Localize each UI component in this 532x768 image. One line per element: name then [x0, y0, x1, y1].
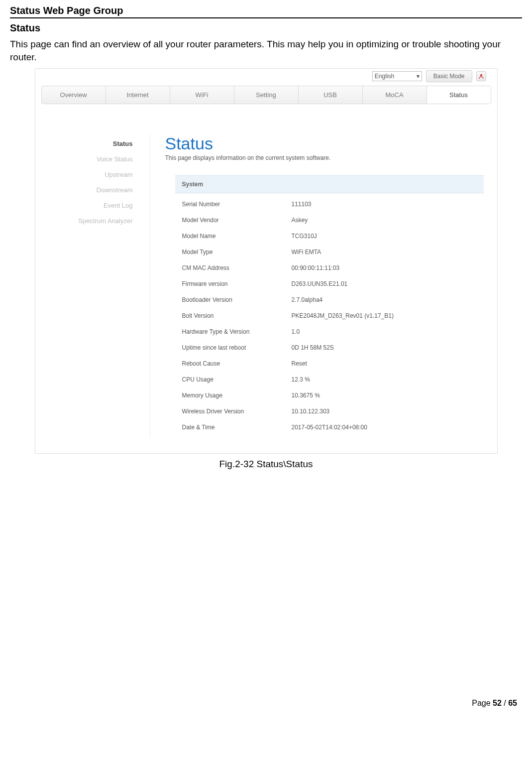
label: Uptime since last reboot — [182, 344, 292, 351]
sidebar-item-status[interactable]: Status — [45, 136, 140, 151]
sub-title: Status — [10, 22, 522, 34]
row-memory-usage: Memory Usage10.3675 % — [175, 387, 484, 403]
label: Model Vendor — [182, 217, 292, 224]
label: Hardware Type & Version — [182, 328, 292, 335]
row-firmware: Firmware versionD263.UUN35.E21.01 — [175, 276, 484, 292]
body-text: This page can find an overview of all yo… — [10, 38, 522, 63]
tab-overview[interactable]: Overview — [42, 86, 106, 104]
logout-icon[interactable] — [476, 71, 486, 81]
value: PKE2048JM_D263_Rev01 (v1.17_B1) — [292, 312, 394, 319]
page-total: 65 — [508, 699, 517, 707]
system-rows: Serial Number111103 Model VendorAskey Mo… — [175, 193, 484, 438]
tab-status[interactable]: Status — [427, 86, 491, 104]
page-current: 52 — [493, 699, 502, 707]
tab-internet[interactable]: Internet — [106, 86, 170, 104]
row-cpu-usage: CPU Usage12.3 % — [175, 372, 484, 387]
main-tabs: Overview Internet WiFi Setting USB MoCA … — [41, 86, 491, 104]
row-wireless-driver: Wireless Driver Version10.10.122.303 — [175, 403, 484, 419]
sidebar-item-spectrum-analyzer[interactable]: Spectrum Analyzer — [45, 213, 140, 229]
system-card-header: System — [175, 175, 484, 193]
row-bootloader: Bootloader Version2.7.0alpha4 — [175, 292, 484, 308]
value: D263.UUN35.E21.01 — [292, 280, 348, 287]
svg-point-0 — [480, 74, 482, 76]
value: 2017-05-02T14:02:04+08:00 — [292, 424, 367, 431]
label: Bolt Version — [182, 312, 292, 319]
value: 111103 — [292, 201, 312, 208]
row-model-vendor: Model VendorAskey — [175, 212, 484, 228]
tab-setting[interactable]: Setting — [234, 86, 299, 104]
value: 00:90:00:11:11:03 — [292, 264, 340, 271]
row-serial-number: Serial Number111103 — [175, 196, 484, 212]
sidebar-item-event-log[interactable]: Event Log — [45, 198, 140, 213]
label: CPU Usage — [182, 376, 292, 383]
label: Model Type — [182, 249, 292, 256]
router-admin-screenshot: English ▾ Basic Mode Overview Internet W… — [35, 68, 498, 454]
language-select[interactable]: English ▾ — [372, 71, 422, 81]
row-date-time: Date & Time2017-05-02T14:02:04+08:00 — [175, 419, 484, 435]
row-reboot-cause: Reboot CauseReset — [175, 356, 484, 372]
main-panel: Status This page displays information on… — [150, 134, 487, 438]
row-model-name: Model NameTCG310J — [175, 228, 484, 244]
value: Askey — [292, 217, 308, 224]
row-uptime: Uptime since last reboot0D 1H 58M 52S — [175, 340, 484, 356]
page-label-pre: Page — [472, 699, 493, 707]
label: Wireless Driver Version — [182, 408, 292, 415]
row-bolt: Bolt VersionPKE2048JM_D263_Rev01 (v1.17_… — [175, 308, 484, 324]
figure-caption: Fig.2-32 Status\Status — [10, 459, 522, 470]
sidebar: Status Voice Status Upstream Downstream … — [45, 134, 140, 438]
sidebar-item-upstream[interactable]: Upstream — [45, 167, 140, 182]
label: Bootloader Version — [182, 296, 292, 303]
value: 12.3 % — [292, 376, 310, 383]
label: Firmware version — [182, 280, 292, 287]
tab-usb[interactable]: USB — [299, 86, 363, 104]
row-model-type: Model TypeWiFi EMTA — [175, 244, 484, 260]
label: Reboot Cause — [182, 360, 292, 367]
value: 10.10.122.303 — [292, 408, 330, 415]
label: CM MAC Address — [182, 264, 292, 271]
page-sep: / — [502, 699, 508, 707]
sidebar-item-voice-status[interactable]: Voice Status — [45, 151, 140, 167]
label: Memory Usage — [182, 392, 292, 399]
label: Serial Number — [182, 201, 292, 208]
section-title: Status Web Page Group — [10, 5, 522, 18]
row-cm-mac: CM MAC Address00:90:00:11:11:03 — [175, 260, 484, 276]
page-heading: Status — [165, 134, 487, 153]
system-card: System Serial Number111103 Model VendorA… — [175, 175, 484, 438]
label: Date & Time — [182, 424, 292, 431]
value: Reset — [292, 360, 307, 367]
value: 2.7.0alpha4 — [292, 296, 323, 303]
value: 1.0 — [292, 328, 300, 335]
value: TCG310J — [292, 233, 317, 240]
tab-moca[interactable]: MoCA — [363, 86, 427, 104]
row-hardware: Hardware Type & Version1.0 — [175, 324, 484, 340]
page-footer: Page 52 / 65 — [10, 699, 522, 708]
language-value: English — [375, 73, 394, 80]
content-area: Status Voice Status Upstream Downstream … — [35, 104, 497, 453]
page-description: This page displays information on the cu… — [165, 154, 487, 161]
value: WiFi EMTA — [292, 249, 321, 256]
tab-wifi[interactable]: WiFi — [170, 86, 234, 104]
basic-mode-button[interactable]: Basic Mode — [426, 70, 472, 82]
sidebar-item-downstream[interactable]: Downstream — [45, 182, 140, 198]
topbar: English ▾ Basic Mode — [35, 69, 497, 81]
chevron-down-icon: ▾ — [417, 73, 420, 80]
label: Model Name — [182, 233, 292, 240]
value: 10.3675 % — [292, 392, 320, 399]
value: 0D 1H 58M 52S — [292, 344, 334, 351]
